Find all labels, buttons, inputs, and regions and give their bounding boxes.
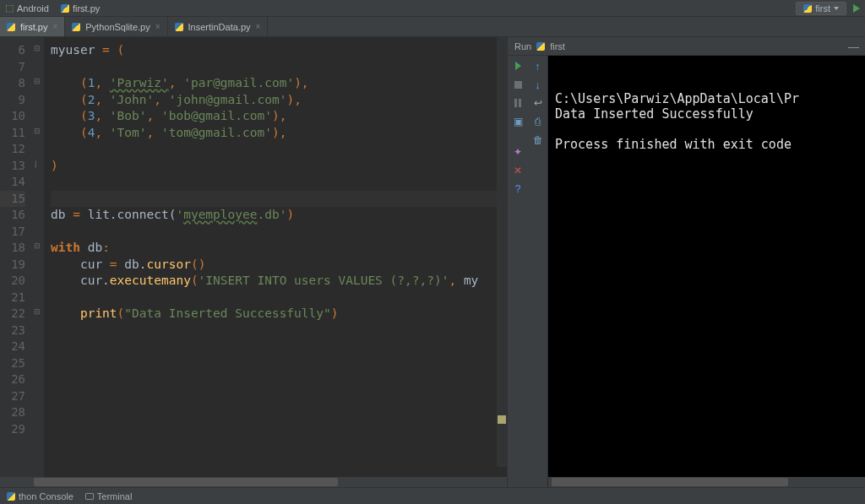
tab-label: first.py bbox=[20, 22, 47, 32]
python-file-label: first.py bbox=[73, 3, 100, 14]
pin-button[interactable]: ✦ bbox=[511, 145, 525, 159]
run-config-name: first bbox=[550, 41, 565, 51]
android-item[interactable]: ⬚ Android bbox=[5, 3, 49, 14]
rerun-button[interactable] bbox=[511, 59, 525, 73]
console-output[interactable]: C:\Users\Parwiz\AppData\Local\PrData Ins… bbox=[548, 56, 865, 487]
terminal-item[interactable]: Terminal bbox=[85, 491, 133, 501]
python-icon bbox=[7, 23, 15, 31]
close-icon[interactable]: × bbox=[155, 22, 160, 31]
stop-button[interactable] bbox=[511, 78, 525, 91]
editor-tabs: first.py × PythonSqlite.py × InsertinDat… bbox=[0, 17, 865, 37]
main-split: 6789101112131415161718192021222324252627… bbox=[0, 37, 865, 487]
tab-insertindata[interactable]: InsertinData.py × bbox=[168, 17, 269, 36]
python-icon bbox=[7, 492, 15, 501]
python-icon bbox=[61, 4, 69, 13]
python-icon bbox=[536, 42, 545, 51]
close-icon[interactable]: × bbox=[256, 22, 261, 31]
close-icon[interactable]: × bbox=[52, 22, 57, 31]
editor-h-scrollbar[interactable] bbox=[0, 477, 507, 487]
clear-button[interactable]: 🗑 bbox=[531, 133, 545, 147]
up-button[interactable]: ↑ bbox=[531, 59, 545, 73]
fold-column: ⊟⊟⊟⌋⊟⊟ bbox=[32, 37, 44, 477]
minimize-icon[interactable]: — bbox=[848, 41, 860, 52]
help-button[interactable]: ? bbox=[511, 182, 525, 196]
chevron-down-icon bbox=[834, 7, 839, 10]
soft-wrap-button[interactable]: ↩ bbox=[531, 96, 545, 110]
tab-label: PythonSqlite.py bbox=[85, 22, 150, 32]
code-editor[interactable]: 6789101112131415161718192021222324252627… bbox=[0, 37, 507, 487]
android-label: Android bbox=[17, 3, 49, 14]
run-tool-window: Run first — ▣ ✦ ✕ ? ↑ ↓ ↩ ⎙ 🗑 bbox=[507, 37, 865, 487]
bottom-label: thon Console bbox=[19, 491, 73, 501]
run-header: Run first — bbox=[508, 37, 865, 56]
python-file-item[interactable]: first.py bbox=[61, 3, 100, 14]
scroll-thumb[interactable] bbox=[34, 478, 338, 486]
tab-label: InsertinData.py bbox=[188, 22, 251, 32]
run-action-bar: ▣ ✦ ✕ ? bbox=[508, 56, 528, 487]
python-icon bbox=[72, 23, 80, 31]
close-button[interactable]: ✕ bbox=[511, 164, 525, 177]
python-icon bbox=[803, 4, 812, 13]
terminal-icon bbox=[85, 493, 94, 500]
code-text[interactable]: myuser = ( (1, 'Parwiz', 'par@gmail.com'… bbox=[44, 37, 507, 477]
run-action-bar-2: ↑ ↓ ↩ ⎙ 🗑 bbox=[528, 56, 548, 487]
console-h-scrollbar[interactable] bbox=[548, 477, 865, 487]
run-header-label: Run bbox=[514, 41, 531, 51]
top-toolbar: ⬚ Android first.py first bbox=[0, 0, 865, 17]
layout-button[interactable]: ▣ bbox=[511, 115, 525, 128]
print-button[interactable]: ⎙ bbox=[531, 115, 545, 128]
run-button[interactable] bbox=[853, 4, 860, 13]
tab-pythonsqlite[interactable]: PythonSqlite.py × bbox=[65, 17, 167, 36]
python-console-item[interactable]: thon Console bbox=[7, 491, 73, 501]
python-icon bbox=[175, 23, 183, 31]
bottom-tool-bar: thon Console Terminal bbox=[0, 487, 865, 504]
run-config-label: first bbox=[815, 3, 830, 14]
overview-ruler[interactable] bbox=[497, 37, 507, 467]
pause-button[interactable] bbox=[511, 96, 525, 110]
bottom-label: Terminal bbox=[97, 491, 133, 501]
scroll-thumb[interactable] bbox=[552, 478, 788, 486]
ruler-marker bbox=[498, 415, 506, 424]
down-button[interactable]: ↓ bbox=[531, 78, 545, 91]
line-gutter: 6789101112131415161718192021222324252627… bbox=[0, 37, 32, 477]
run-config-dropdown[interactable]: first bbox=[796, 2, 846, 15]
tab-first[interactable]: first.py × bbox=[0, 17, 65, 36]
